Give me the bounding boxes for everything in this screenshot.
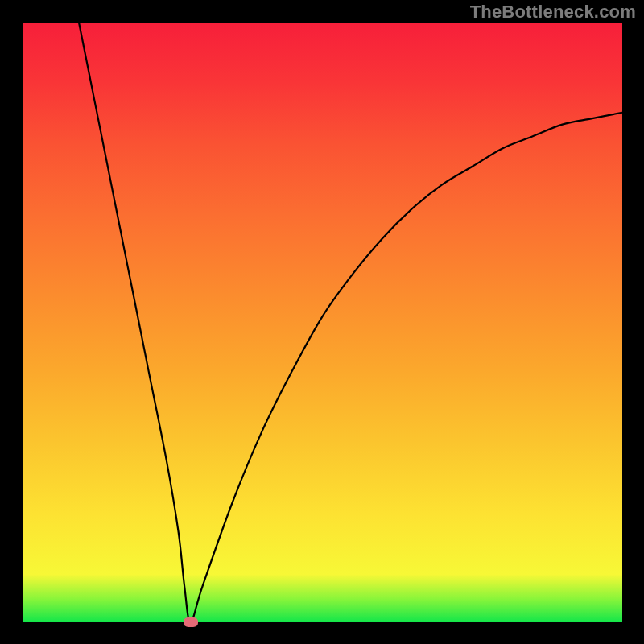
- minimum-marker: [184, 617, 198, 627]
- plot-area: [23, 23, 622, 622]
- watermark-text: TheBottleneck.com: [470, 2, 636, 23]
- curve-layer: [23, 23, 622, 622]
- chart-frame: TheBottleneck.com: [0, 0, 644, 644]
- bottleneck-curve: [79, 23, 622, 622]
